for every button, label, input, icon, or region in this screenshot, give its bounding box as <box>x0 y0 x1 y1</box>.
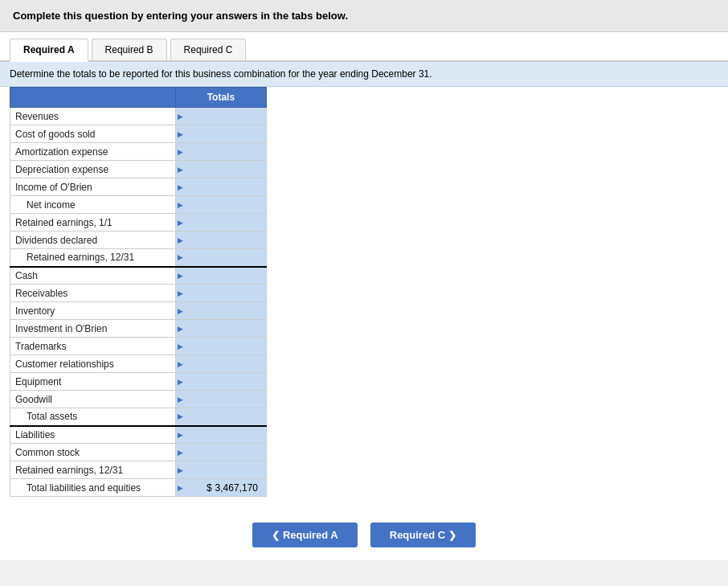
description-text: Determine the totals to be reported for … <box>10 68 432 80</box>
row-label-receivables: Receivables <box>10 285 176 302</box>
next-button[interactable]: Required C ❯ <box>370 522 476 547</box>
table-row: Cost of goods sold <box>10 125 267 143</box>
row-label-retained-earnings-1-1: Retained earnings, 1/1 <box>10 214 176 232</box>
row-label-total-liabilities-and-equities: Total liabilities and equities <box>10 479 176 497</box>
table-row: Common stock <box>10 444 267 461</box>
row-label-equipment: Equipment <box>10 373 176 391</box>
row-input-liabilities[interactable] <box>175 426 266 444</box>
row-input-receivables[interactable] <box>175 285 266 302</box>
row-label-inventory: Inventory <box>10 302 176 320</box>
table-row: Receivables <box>10 285 267 302</box>
next-chevron-icon: ❯ <box>448 530 456 541</box>
row-input-trademarks[interactable] <box>175 338 266 355</box>
row-input-revenues[interactable] <box>175 108 266 125</box>
prev-button-label: Required A <box>283 529 338 541</box>
row-input-depreciation-expense[interactable] <box>175 161 266 178</box>
row-label-amortization-expense: Amortization expense <box>10 143 176 161</box>
instruction-text: Complete this question by entering your … <box>13 10 348 22</box>
description-bar: Determine the totals to be reported for … <box>0 62 728 87</box>
tab-required-a[interactable]: Required A <box>10 39 88 62</box>
row-label-total-assets: Total assets <box>10 408 176 426</box>
row-input-income-of-obrien[interactable] <box>175 178 266 196</box>
table-row: Cash <box>10 267 267 285</box>
tab-required-c[interactable]: Required C <box>170 39 247 60</box>
row-label-retained-earnings-12-31-b: Retained earnings, 12/31 <box>10 461 176 479</box>
row-input-net-income[interactable] <box>175 196 266 214</box>
row-label-revenues: Revenues <box>10 108 176 125</box>
row-label-customer-relationships: Customer relationships <box>10 355 176 373</box>
prev-chevron-icon: ❮ <box>272 530 280 541</box>
row-value-total-liabilities-and-equities: $3,467,170 <box>181 482 261 494</box>
row-input-goodwill[interactable] <box>175 391 266 408</box>
row-label-dividends-declared: Dividends declared <box>10 232 176 249</box>
table-row: Depreciation expense <box>10 161 267 178</box>
instruction-bar: Complete this question by entering your … <box>0 0 728 32</box>
row-input-total-assets[interactable] <box>175 408 266 426</box>
table-row: Retained earnings, 12/31 <box>10 249 267 267</box>
row-input-equipment[interactable] <box>175 373 266 391</box>
table-row: Amortization expense <box>10 143 267 161</box>
row-input-cash[interactable] <box>175 267 266 285</box>
table-row: Revenues <box>10 108 267 125</box>
page-wrapper: Complete this question by entering your … <box>0 0 728 560</box>
row-label-cash: Cash <box>10 267 176 285</box>
footer-buttons: ❮ Required A Required C ❯ <box>0 510 728 560</box>
next-button-label: Required C <box>390 529 445 541</box>
table-row: Total liabilities and equities$3,467,170 <box>10 479 267 497</box>
prev-button[interactable]: ❮ Required A <box>252 522 357 547</box>
row-input-inventory[interactable] <box>175 302 266 320</box>
table-row: Investment in O'Brien <box>10 320 267 338</box>
table-row: Goodwill <box>10 391 267 408</box>
row-label-net-income: Net income <box>10 196 176 214</box>
row-input-customer-relationships[interactable] <box>175 355 266 373</box>
totals-table: Totals RevenuesCost of goods soldAmortiz… <box>10 87 267 497</box>
row-label-investment-in-obrien: Investment in O'Brien <box>10 320 176 338</box>
row-label-retained-earnings-12-31: Retained earnings, 12/31 <box>10 249 176 267</box>
table-row: Inventory <box>10 302 267 320</box>
table-row: Total assets <box>10 408 267 426</box>
header-totals-cell: Totals <box>175 88 266 108</box>
table-container: Totals RevenuesCost of goods soldAmortiz… <box>0 87 728 510</box>
row-input-dividends-declared[interactable] <box>175 232 266 249</box>
table-row: Equipment <box>10 373 267 391</box>
row-label-cost-of-goods-sold: Cost of goods sold <box>10 125 176 143</box>
row-input-retained-earnings-12-31-b[interactable] <box>175 461 266 479</box>
row-input-total-liabilities-and-equities[interactable]: $3,467,170 <box>175 479 266 497</box>
row-input-retained-earnings-12-31[interactable] <box>175 249 266 267</box>
row-input-amortization-expense[interactable] <box>175 143 266 161</box>
table-row: Trademarks <box>10 338 267 355</box>
table-row: Customer relationships <box>10 355 267 373</box>
table-row: Retained earnings, 12/31 <box>10 461 267 479</box>
tab-required-b[interactable]: Required B <box>92 39 167 60</box>
table-row: Retained earnings, 1/1 <box>10 214 267 232</box>
header-label-cell <box>10 88 176 108</box>
row-label-trademarks: Trademarks <box>10 338 176 355</box>
row-input-retained-earnings-1-1[interactable] <box>175 214 266 232</box>
row-label-common-stock: Common stock <box>10 444 176 461</box>
table-row: Dividends declared <box>10 232 267 249</box>
table-row: Income of O'Brien <box>10 178 267 196</box>
row-label-liabilities: Liabilities <box>10 426 176 444</box>
row-input-cost-of-goods-sold[interactable] <box>175 125 266 143</box>
row-label-income-of-obrien: Income of O'Brien <box>10 178 176 196</box>
table-row: Liabilities <box>10 426 267 444</box>
table-row: Net income <box>10 196 267 214</box>
row-label-depreciation-expense: Depreciation expense <box>10 161 176 178</box>
tabs-bar: Required A Required B Required C <box>0 32 728 62</box>
row-input-investment-in-obrien[interactable] <box>175 320 266 338</box>
row-label-goodwill: Goodwill <box>10 391 176 408</box>
row-input-common-stock[interactable] <box>175 444 266 461</box>
